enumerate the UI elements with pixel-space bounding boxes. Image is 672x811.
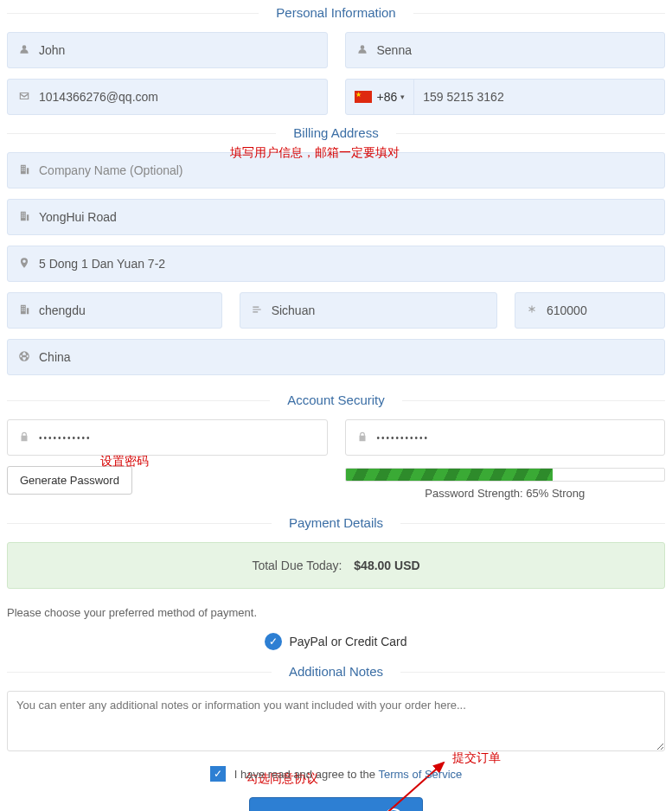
email-value: 1014366276@qq.com xyxy=(39,90,318,104)
tos-link[interactable]: Terms of Service xyxy=(378,768,462,781)
company-placeholder: Company Name (Optional) xyxy=(39,163,656,177)
user-icon xyxy=(16,43,32,58)
section-notes-title: Additional Notes xyxy=(7,664,665,679)
globe-icon xyxy=(16,350,32,365)
password-strength-text: Password Strength: 65% Strong xyxy=(345,487,666,500)
phone-number-input[interactable]: 159 5215 3162 xyxy=(414,90,512,104)
first-name-field[interactable]: John xyxy=(7,32,328,68)
phone-field-group: +86 ▾ 159 5215 3162 xyxy=(345,79,666,115)
lock-icon xyxy=(355,431,370,445)
user-icon xyxy=(355,43,370,58)
pin-icon xyxy=(16,257,32,271)
password-mask: ••••••••••• xyxy=(39,433,92,443)
state-field[interactable]: Sichuan xyxy=(240,292,497,329)
country-value: China xyxy=(39,350,656,364)
section-personal-title: Personal Information xyxy=(7,5,665,20)
last-name-field[interactable]: Senna xyxy=(345,32,666,68)
city-value: chengdu xyxy=(39,303,213,317)
state-value: Sichuan xyxy=(272,303,488,317)
password-field[interactable]: ••••••••••• xyxy=(7,419,328,456)
company-field[interactable]: Company Name (Optional) xyxy=(7,152,665,188)
zip-value: 610000 xyxy=(547,303,656,317)
phone-code: +86 xyxy=(377,90,398,104)
first-name-value: John xyxy=(39,43,318,57)
chevron-down-icon: ▾ xyxy=(400,93,405,101)
zip-field[interactable]: 610000 xyxy=(515,292,665,329)
country-field[interactable]: China xyxy=(7,339,665,375)
payment-choose-text: Please choose your preferred method of p… xyxy=(7,606,665,619)
flag-cn-icon xyxy=(355,91,372,103)
password-strength-bar xyxy=(345,468,666,482)
payment-option-label: PayPal or Credit Card xyxy=(289,635,406,648)
payment-option-radio[interactable]: ✓ xyxy=(265,633,282,650)
asterisk-icon xyxy=(524,303,540,317)
last-name-value: Senna xyxy=(377,43,656,57)
section-billing-title: Billing Address xyxy=(7,125,665,140)
building-icon xyxy=(16,210,32,225)
total-due-box: Total Due Today: $48.00 USD xyxy=(7,542,665,589)
confirm-password-field[interactable]: ••••••••••• xyxy=(345,419,666,456)
generate-password-button[interactable]: Generate Password xyxy=(7,466,132,495)
bars-icon xyxy=(249,303,265,318)
complete-order-button[interactable]: Complete Order ➔ xyxy=(249,797,423,811)
lock-icon xyxy=(16,431,32,445)
city-field[interactable]: chengdu xyxy=(7,292,222,329)
section-security-title: Account Security xyxy=(7,393,665,407)
total-due-amount: $48.00 USD xyxy=(354,559,419,572)
section-payment-title: Payment Details xyxy=(7,515,665,530)
confirm-password-mask: ••••••••••• xyxy=(377,433,430,443)
building-icon xyxy=(16,163,32,178)
street1-field[interactable]: YongHui Road xyxy=(7,199,665,235)
phone-country-selector[interactable]: +86 ▾ xyxy=(346,80,415,114)
street1-value: YongHui Road xyxy=(39,210,656,224)
building-icon xyxy=(16,303,32,318)
total-due-label: Total Due Today: xyxy=(252,559,342,572)
street2-value: 5 Dong 1 Dan Yuan 7-2 xyxy=(39,257,656,271)
annotation-submit: 提交订单 xyxy=(452,750,501,766)
tos-checkbox[interactable]: ✓ xyxy=(210,766,226,782)
email-field[interactable]: 1014366276@qq.com xyxy=(7,79,328,115)
tos-text: I have read and agree to the Terms of Se… xyxy=(234,768,463,781)
mail-icon xyxy=(16,90,32,105)
notes-textarea[interactable] xyxy=(7,691,665,751)
street2-field[interactable]: 5 Dong 1 Dan Yuan 7-2 xyxy=(7,246,665,282)
